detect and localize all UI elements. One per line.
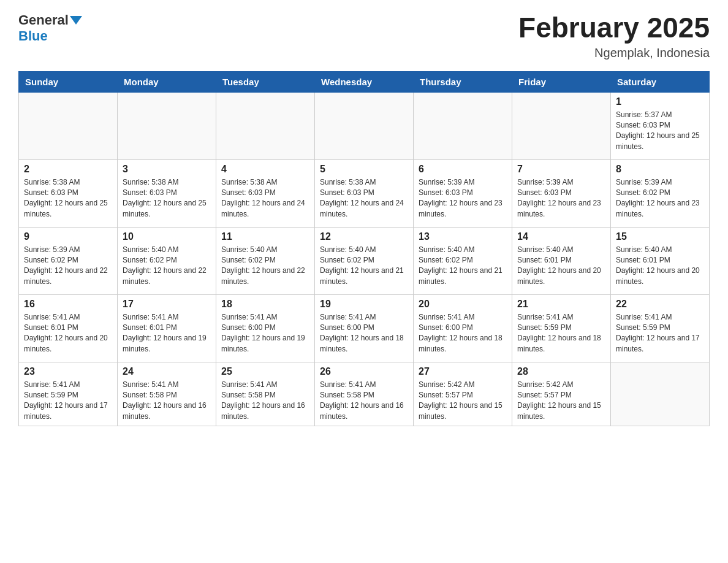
day-number: 5 — [320, 164, 408, 175]
day-cell: 3Sunrise: 5:38 AM Sunset: 6:03 PM Daylig… — [118, 159, 216, 227]
day-info: Sunrise: 5:42 AM Sunset: 5:57 PM Dayligh… — [419, 380, 507, 423]
day-cell: 19Sunrise: 5:41 AM Sunset: 6:00 PM Dayli… — [315, 294, 414, 362]
day-info: Sunrise: 5:40 AM Sunset: 6:01 PM Dayligh… — [517, 245, 605, 288]
day-cell: 17Sunrise: 5:41 AM Sunset: 6:01 PM Dayli… — [118, 294, 216, 362]
day-info: Sunrise: 5:42 AM Sunset: 5:57 PM Dayligh… — [517, 380, 605, 423]
location: Ngemplak, Indonesia — [518, 46, 710, 60]
day-cell: 25Sunrise: 5:41 AM Sunset: 5:58 PM Dayli… — [216, 362, 315, 426]
day-number: 8 — [616, 164, 704, 175]
day-cell: 8Sunrise: 5:39 AM Sunset: 6:02 PM Daylig… — [611, 159, 710, 227]
day-number: 9 — [24, 231, 112, 242]
day-cell: 2Sunrise: 5:38 AM Sunset: 6:03 PM Daylig… — [19, 159, 118, 227]
day-cell: 1Sunrise: 5:37 AM Sunset: 6:03 PM Daylig… — [611, 92, 710, 159]
header-row: SundayMondayTuesdayWednesdayThursdayFrid… — [19, 71, 710, 92]
day-cell — [315, 92, 414, 159]
logo: General Blue — [18, 12, 82, 44]
day-cell — [216, 92, 315, 159]
day-info: Sunrise: 5:41 AM Sunset: 6:01 PM Dayligh… — [123, 312, 211, 355]
calendar-table: SundayMondayTuesdayWednesdayThursdayFrid… — [18, 71, 710, 427]
day-number: 23 — [24, 366, 112, 377]
header-cell-wednesday: Wednesday — [315, 71, 414, 92]
day-info: Sunrise: 5:39 AM Sunset: 6:03 PM Dayligh… — [517, 177, 605, 220]
day-cell: 26Sunrise: 5:41 AM Sunset: 5:58 PM Dayli… — [315, 362, 414, 426]
day-number: 15 — [616, 231, 704, 242]
day-cell: 10Sunrise: 5:40 AM Sunset: 6:02 PM Dayli… — [118, 227, 216, 294]
header-cell-tuesday: Tuesday — [216, 71, 315, 92]
day-cell — [611, 362, 710, 426]
day-cell: 15Sunrise: 5:40 AM Sunset: 6:01 PM Dayli… — [611, 227, 710, 294]
week-row-3: 16Sunrise: 5:41 AM Sunset: 6:01 PM Dayli… — [19, 294, 710, 362]
day-info: Sunrise: 5:41 AM Sunset: 6:00 PM Dayligh… — [221, 312, 309, 355]
day-info: Sunrise: 5:39 AM Sunset: 6:02 PM Dayligh… — [616, 177, 704, 220]
day-cell: 24Sunrise: 5:41 AM Sunset: 5:58 PM Dayli… — [118, 362, 216, 426]
logo-blue-text: Blue — [18, 28, 48, 44]
day-cell: 14Sunrise: 5:40 AM Sunset: 6:01 PM Dayli… — [512, 227, 611, 294]
day-info: Sunrise: 5:38 AM Sunset: 6:03 PM Dayligh… — [320, 177, 408, 220]
day-number: 12 — [320, 231, 408, 242]
day-number: 10 — [123, 231, 211, 242]
day-info: Sunrise: 5:41 AM Sunset: 5:58 PM Dayligh… — [320, 380, 408, 423]
day-cell — [118, 92, 216, 159]
day-info: Sunrise: 5:41 AM Sunset: 5:59 PM Dayligh… — [24, 380, 112, 423]
day-cell: 11Sunrise: 5:40 AM Sunset: 6:02 PM Dayli… — [216, 227, 315, 294]
day-number: 26 — [320, 366, 408, 377]
day-cell: 13Sunrise: 5:40 AM Sunset: 6:02 PM Dayli… — [414, 227, 512, 294]
day-number: 20 — [419, 299, 507, 310]
day-info: Sunrise: 5:41 AM Sunset: 6:00 PM Dayligh… — [419, 312, 507, 355]
day-number: 22 — [616, 299, 704, 310]
title-area: February 2025 Ngemplak, Indonesia — [518, 12, 710, 60]
week-row-4: 23Sunrise: 5:41 AM Sunset: 5:59 PM Dayli… — [19, 362, 710, 426]
day-number: 11 — [221, 231, 309, 242]
day-number: 16 — [24, 299, 112, 310]
day-info: Sunrise: 5:41 AM Sunset: 5:58 PM Dayligh… — [221, 380, 309, 423]
logo-arrow-icon — [70, 16, 82, 25]
day-cell: 4Sunrise: 5:38 AM Sunset: 6:03 PM Daylig… — [216, 159, 315, 227]
day-number: 17 — [123, 299, 211, 310]
day-info: Sunrise: 5:39 AM Sunset: 6:02 PM Dayligh… — [24, 245, 112, 288]
day-number: 1 — [616, 96, 704, 107]
day-number: 19 — [320, 299, 408, 310]
day-cell — [512, 92, 611, 159]
day-cell: 6Sunrise: 5:39 AM Sunset: 6:03 PM Daylig… — [414, 159, 512, 227]
header-cell-friday: Friday — [512, 71, 611, 92]
day-cell — [19, 92, 118, 159]
day-info: Sunrise: 5:41 AM Sunset: 6:00 PM Dayligh… — [320, 312, 408, 355]
logo-text: General — [18, 12, 82, 28]
header-cell-monday: Monday — [118, 71, 216, 92]
day-cell: 7Sunrise: 5:39 AM Sunset: 6:03 PM Daylig… — [512, 159, 611, 227]
day-cell: 28Sunrise: 5:42 AM Sunset: 5:57 PM Dayli… — [512, 362, 611, 426]
day-number: 21 — [517, 299, 605, 310]
day-info: Sunrise: 5:38 AM Sunset: 6:03 PM Dayligh… — [221, 177, 309, 220]
day-info: Sunrise: 5:41 AM Sunset: 5:59 PM Dayligh… — [616, 312, 704, 355]
day-cell: 12Sunrise: 5:40 AM Sunset: 6:02 PM Dayli… — [315, 227, 414, 294]
day-info: Sunrise: 5:40 AM Sunset: 6:02 PM Dayligh… — [320, 245, 408, 288]
day-info: Sunrise: 5:40 AM Sunset: 6:02 PM Dayligh… — [221, 245, 309, 288]
header-cell-saturday: Saturday — [611, 71, 710, 92]
day-number: 13 — [419, 231, 507, 242]
day-info: Sunrise: 5:41 AM Sunset: 5:58 PM Dayligh… — [123, 380, 211, 423]
day-info: Sunrise: 5:39 AM Sunset: 6:03 PM Dayligh… — [419, 177, 507, 220]
logo-general-text: General — [18, 12, 69, 28]
day-cell: 18Sunrise: 5:41 AM Sunset: 6:00 PM Dayli… — [216, 294, 315, 362]
day-info: Sunrise: 5:40 AM Sunset: 6:02 PM Dayligh… — [123, 245, 211, 288]
week-row-2: 9Sunrise: 5:39 AM Sunset: 6:02 PM Daylig… — [19, 227, 710, 294]
calendar-body: 1Sunrise: 5:37 AM Sunset: 6:03 PM Daylig… — [19, 92, 710, 426]
week-row-0: 1Sunrise: 5:37 AM Sunset: 6:03 PM Daylig… — [19, 92, 710, 159]
day-number: 4 — [221, 164, 309, 175]
day-cell: 5Sunrise: 5:38 AM Sunset: 6:03 PM Daylig… — [315, 159, 414, 227]
header-cell-thursday: Thursday — [414, 71, 512, 92]
day-info: Sunrise: 5:38 AM Sunset: 6:03 PM Dayligh… — [123, 177, 211, 220]
day-number: 18 — [221, 299, 309, 310]
day-cell: 16Sunrise: 5:41 AM Sunset: 6:01 PM Dayli… — [19, 294, 118, 362]
day-cell: 9Sunrise: 5:39 AM Sunset: 6:02 PM Daylig… — [19, 227, 118, 294]
day-cell: 21Sunrise: 5:41 AM Sunset: 5:59 PM Dayli… — [512, 294, 611, 362]
calendar-header: SundayMondayTuesdayWednesdayThursdayFrid… — [19, 71, 710, 92]
day-cell: 23Sunrise: 5:41 AM Sunset: 5:59 PM Dayli… — [19, 362, 118, 426]
day-info: Sunrise: 5:41 AM Sunset: 6:01 PM Dayligh… — [24, 312, 112, 355]
day-number: 24 — [123, 366, 211, 377]
day-info: Sunrise: 5:40 AM Sunset: 6:02 PM Dayligh… — [419, 245, 507, 288]
day-number: 6 — [419, 164, 507, 175]
day-info: Sunrise: 5:37 AM Sunset: 6:03 PM Dayligh… — [616, 110, 704, 153]
day-number: 14 — [517, 231, 605, 242]
day-number: 7 — [517, 164, 605, 175]
